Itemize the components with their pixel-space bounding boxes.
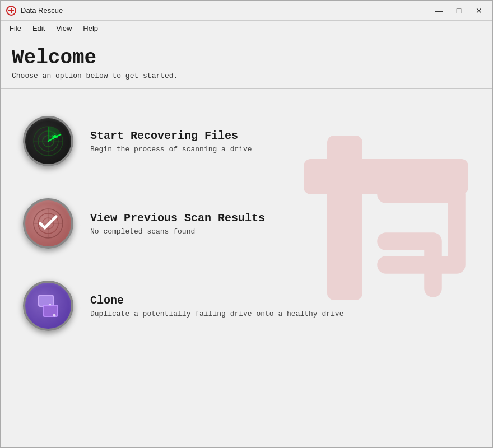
radar-green-graphic — [31, 124, 65, 158]
menu-view[interactable]: View — [50, 22, 77, 35]
page-subtitle: Choose an option below to get started. — [12, 72, 481, 80]
main-window: Data Rescue — □ ✕ File Edit View Help We… — [0, 0, 493, 448]
option-clone-desc: Duplicate a potentially failing drive on… — [90, 310, 343, 318]
main-content: Start Recovering Files Begin the process… — [1, 89, 492, 447]
menu-bar: File Edit View Help — [1, 21, 492, 36]
option-clone[interactable]: Clone Duplicate a potentially failing dr… — [17, 265, 476, 347]
app-icon — [6, 6, 16, 16]
page-title: Welcome — [12, 46, 481, 69]
radar-green-icon — [23, 116, 73, 166]
menu-file[interactable]: File — [4, 22, 27, 35]
option-view-previous-text: View Previous Scan Results No completed … — [90, 212, 265, 236]
clone-graphic — [31, 289, 65, 323]
header-section: Welcome Choose an option below to get st… — [1, 36, 492, 89]
title-bar: Data Rescue — □ ✕ — [1, 1, 492, 21]
maximize-button[interactable]: □ — [451, 4, 467, 17]
clone-purple-icon — [23, 281, 73, 331]
menu-edit[interactable]: Edit — [27, 22, 50, 35]
option-view-previous-title: View Previous Scan Results — [90, 212, 265, 225]
svg-point-22 — [53, 314, 56, 317]
close-button[interactable]: ✕ — [471, 4, 487, 17]
options-list: Start Recovering Files Begin the process… — [1, 89, 492, 358]
option-view-previous[interactable]: View Previous Scan Results No completed … — [17, 183, 476, 265]
radar-pink-icon — [23, 198, 73, 249]
minimize-button[interactable]: — — [431, 4, 447, 17]
option-start-recovering-text: Start Recovering Files Begin the process… — [90, 129, 252, 153]
window-title: Data Rescue — [21, 6, 431, 15]
radar-pink-graphic — [31, 207, 65, 240]
option-start-recovering[interactable]: Start Recovering Files Begin the process… — [17, 100, 476, 183]
option-start-recovering-desc: Begin the process of scanning a drive — [90, 145, 252, 153]
option-clone-text: Clone Duplicate a potentially failing dr… — [90, 294, 343, 318]
window-controls: — □ ✕ — [431, 4, 487, 17]
svg-point-10 — [53, 135, 57, 138]
option-clone-title: Clone — [90, 294, 343, 307]
option-start-recovering-title: Start Recovering Files — [90, 129, 252, 142]
menu-help[interactable]: Help — [77, 22, 104, 35]
option-view-previous-desc: No completed scans found — [90, 227, 265, 236]
